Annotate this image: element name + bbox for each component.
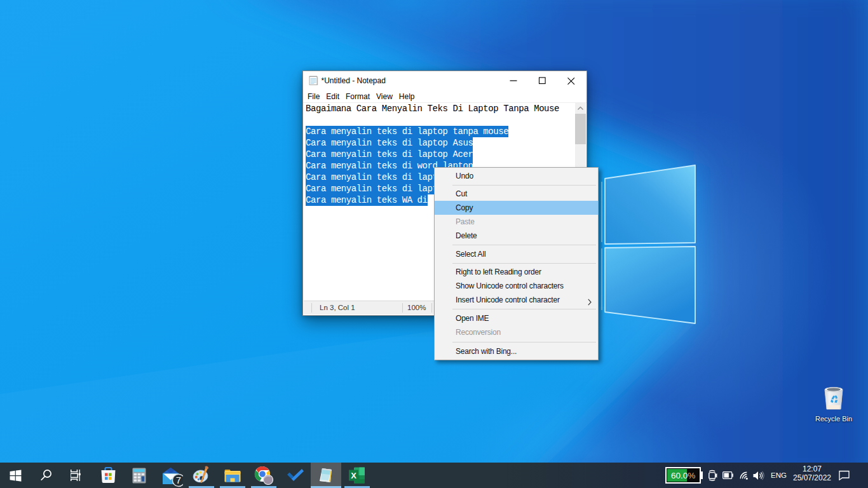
svg-text:X: X <box>351 471 356 480</box>
svg-text:7: 7 <box>176 475 181 485</box>
svg-text:60.0%: 60.0% <box>671 471 695 480</box>
